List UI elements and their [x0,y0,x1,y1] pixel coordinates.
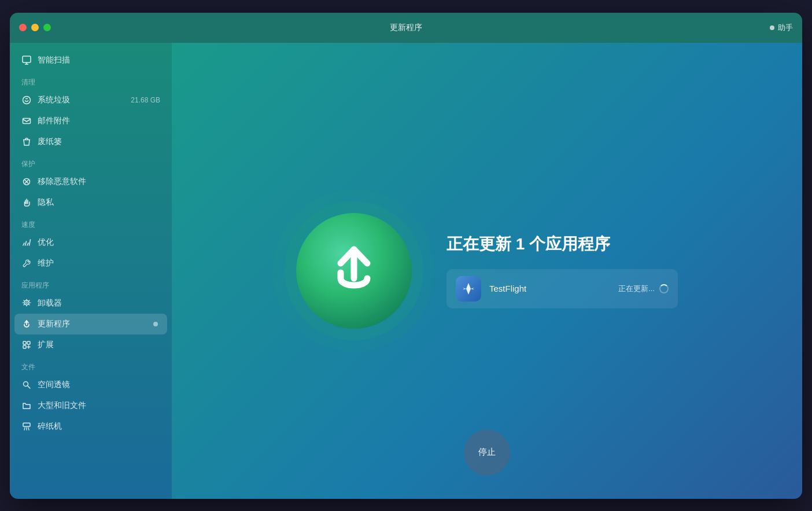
trash-icon [21,95,32,105]
sidebar-item-system-trash[interactable]: 系统垃圾 21.68 GB [10,90,172,111]
sidebar-item-optimize[interactable]: 优化 [10,232,172,253]
traffic-lights [19,24,51,31]
system-trash-badge: 21.68 GB [131,96,160,104]
testflight-icon [456,276,481,302]
window-title: 更新程序 [390,23,422,33]
sidebar-label-uninstaller: 卸载器 [38,298,62,308]
sidebar-label-smart-scan: 智能扫描 [38,55,70,65]
sidebar-label-updater: 更新程序 [38,319,70,329]
svg-rect-21 [23,423,30,427]
svg-line-12 [27,243,28,245]
status-text: 正在更新... [618,284,655,294]
sidebar-label-privacy: 隐私 [38,197,54,208]
loading-spinner [659,284,669,293]
section-label-protect: 保护 [10,152,172,171]
svg-rect-16 [23,341,26,344]
app-update-row: TestFlight 正在更新... [446,269,678,308]
sidebar-item-mail-attachments[interactable]: 邮件附件 [10,111,172,131]
svg-line-24 [28,428,29,430]
wrench-icon [21,258,32,269]
sidebar-label-recycle-bin: 废纸篓 [38,137,62,147]
shredder-icon [21,421,32,432]
sidebar-item-space-lens[interactable]: 空间透镜 [10,374,172,395]
content-row: 正在更新 1 个应用程序 TestFlight 正在更新... [296,213,678,329]
sidebar-label-extensions: 扩展 [38,340,54,350]
close-button[interactable] [19,24,27,31]
sidebar-item-shredder[interactable]: 碎纸机 [10,416,172,437]
update-arrow-icon [322,239,386,303]
section-label-clean: 清理 [10,71,172,90]
section-label-speed: 速度 [10,213,172,232]
svg-point-14 [24,300,29,305]
sidebar-label-optimize: 优化 [38,237,54,248]
svg-rect-18 [23,345,26,348]
sidebar-item-uninstaller[interactable]: 卸载器 [10,293,172,314]
folder-icon [21,400,32,411]
active-indicator [153,322,158,326]
monitor-icon [21,55,32,65]
update-icon [21,319,32,329]
sidebar-label-maintenance: 维护 [38,258,54,269]
update-icon-circle [296,213,412,329]
section-label-files: 文件 [10,355,172,374]
maximize-button[interactable] [43,24,51,31]
extension-icon [21,340,32,350]
sidebar-item-maintenance[interactable]: 维护 [10,253,172,274]
update-heading: 正在更新 1 个应用程序 [446,233,678,255]
hand-icon [21,197,32,208]
sidebar-item-smart-scan[interactable]: 智能扫描 [10,50,172,71]
uninstall-icon [21,298,32,308]
svg-line-10 [23,243,24,245]
space-lens-icon [21,380,32,390]
sidebar-item-extensions[interactable]: 扩展 [10,334,172,355]
assistant-button[interactable]: 助手 [770,23,793,33]
sidebar-item-updater[interactable]: 更新程序 [14,314,167,334]
svg-rect-5 [23,118,31,123]
svg-point-15 [26,302,28,303]
sidebar-label-shredder: 碎纸机 [38,421,62,432]
stop-button[interactable]: 停止 [464,429,510,476]
svg-line-22 [24,428,25,430]
sidebar-item-privacy[interactable]: 隐私 [10,192,172,213]
sidebar-item-recycle-bin[interactable]: 废纸篓 [10,131,172,152]
sidebar: 智能扫描 清理 系统垃圾 21.68 GB [10,43,172,499]
svg-line-20 [28,385,31,388]
sidebar-label-space-lens: 空间透镜 [38,380,70,390]
app-body: 智能扫描 清理 系统垃圾 21.68 GB [10,43,802,499]
svg-rect-0 [23,56,31,63]
minimize-button[interactable] [31,24,39,31]
mail-icon [21,116,32,126]
sidebar-item-large-files[interactable]: 大型和旧文件 [10,395,172,416]
assistant-dot [770,25,774,30]
optimize-icon [21,237,32,248]
main-content: 正在更新 1 个应用程序 TestFlight 正在更新... [172,43,802,499]
title-bar: 更新程序 助手 [10,13,802,43]
stop-button-label: 停止 [478,447,496,458]
app-name-label: TestFlight [489,284,610,293]
svg-point-3 [23,96,31,104]
sidebar-label-system-trash: 系统垃圾 [38,95,70,105]
assistant-label: 助手 [778,23,793,33]
svg-line-11 [25,241,27,245]
svg-line-13 [29,240,31,245]
app-window: 更新程序 助手 智能扫描 清理 [10,13,802,499]
update-info-panel: 正在更新 1 个应用程序 TestFlight 正在更新... [446,233,678,308]
updating-status: 正在更新... [618,284,669,294]
sidebar-label-mail-attachments: 邮件附件 [38,116,70,126]
sidebar-label-large-files: 大型和旧文件 [38,400,86,411]
sidebar-label-malware: 移除恶意软件 [38,177,86,187]
svg-rect-17 [27,341,30,344]
bin-icon [21,137,32,147]
section-label-apps: 应用程序 [10,274,172,293]
malware-icon [21,177,32,187]
sidebar-item-malware[interactable]: 移除恶意软件 [10,171,172,192]
